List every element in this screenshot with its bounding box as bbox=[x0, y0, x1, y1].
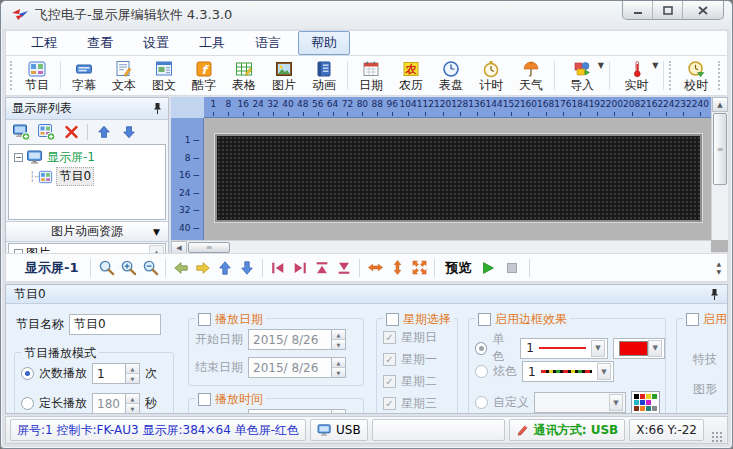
zoom-fit-button[interactable] bbox=[95, 257, 117, 279]
custom-radio[interactable] bbox=[475, 396, 488, 409]
title-bar[interactable]: 飞控电子-显示屏编辑软件 4.3.3.0 bbox=[1, 1, 732, 29]
border-effect-checkbox[interactable] bbox=[478, 313, 491, 326]
add-screen-button[interactable] bbox=[10, 121, 32, 143]
single-color-radio[interactable] bbox=[475, 342, 487, 355]
tree-expander-icon[interactable]: − bbox=[14, 153, 23, 162]
toolbar-button-weather[interactable]: 天气 bbox=[511, 57, 551, 94]
move-down-button[interactable] bbox=[118, 121, 140, 143]
toolbar-button-subtitle[interactable]: 字幕 bbox=[64, 57, 104, 94]
menu-item-5[interactable]: 语言 bbox=[242, 31, 294, 55]
week-select-checkbox[interactable] bbox=[386, 313, 399, 326]
menu-item-2[interactable]: 查看 bbox=[74, 31, 126, 55]
delete-button[interactable] bbox=[60, 121, 82, 143]
arr-up-button[interactable] bbox=[214, 257, 236, 279]
week-day-checkbox[interactable]: ✓ bbox=[383, 331, 396, 344]
toolbar-button-richtext[interactable]: 图文 bbox=[144, 57, 184, 94]
minimize-button[interactable] bbox=[623, 1, 653, 19]
week-day-checkbox[interactable]: ✓ bbox=[383, 353, 396, 366]
horizontal-scrollbar[interactable]: ◀ ≡ bbox=[171, 240, 711, 254]
align-left-button[interactable] bbox=[267, 257, 289, 279]
add-program-button[interactable] bbox=[35, 121, 57, 143]
week-day-checkbox[interactable]: ✓ bbox=[383, 375, 396, 388]
color-palette-button[interactable] bbox=[631, 391, 660, 414]
toolbar-button-animation[interactable]: 动画 bbox=[304, 57, 344, 94]
toolbar-button-text[interactable]: 文本 bbox=[104, 57, 144, 94]
move-up-button[interactable] bbox=[93, 121, 115, 143]
end-date-input[interactable]: 2015/ 8/26 bbox=[248, 357, 332, 378]
custom-combo[interactable]: ▼ bbox=[534, 392, 626, 413]
zoom-in-button[interactable] bbox=[117, 257, 139, 279]
menu-item-4[interactable]: 工具 bbox=[186, 31, 238, 55]
toolbar-button-cooltext[interactable]: f酷字 bbox=[184, 57, 224, 94]
pin-icon[interactable] bbox=[710, 288, 719, 301]
end-date-label: 结束日期 bbox=[195, 359, 243, 376]
stop-button[interactable] bbox=[501, 257, 523, 279]
fixed-input[interactable]: 180 bbox=[92, 393, 126, 414]
chevron-down-icon: ▼ bbox=[153, 227, 160, 237]
fixed-spinner[interactable]: ▲▼ bbox=[126, 393, 140, 414]
align-right-button[interactable] bbox=[289, 257, 311, 279]
toolbar-button-realtime[interactable]: 实时▼ bbox=[613, 57, 661, 94]
chevron-down-icon[interactable]: ▼ bbox=[652, 61, 658, 70]
pin-icon[interactable] bbox=[153, 102, 162, 115]
close-button[interactable] bbox=[683, 1, 723, 19]
menu-item-6[interactable]: 帮助 bbox=[298, 31, 350, 55]
toolbar-button-timesync[interactable]: 校时 bbox=[676, 57, 716, 94]
tree-item-screen[interactable]: − 显示屏-1 bbox=[11, 148, 163, 167]
align-bottom-button[interactable] bbox=[333, 257, 355, 279]
toolbar-button-dial[interactable]: 表盘 bbox=[431, 57, 471, 94]
colorful-combo[interactable]: 1▼ bbox=[522, 361, 614, 382]
toolbar-button-picture[interactable]: 图片 bbox=[264, 57, 304, 94]
st-h-button[interactable] bbox=[364, 257, 386, 279]
arr-right-button[interactable] bbox=[192, 257, 214, 279]
single-color-combo[interactable]: 1▼ bbox=[520, 338, 608, 359]
start-date-input[interactable]: 2015/ 8/26 bbox=[248, 329, 332, 350]
horizontal-scroll-thumb[interactable]: ≡ bbox=[188, 242, 230, 253]
h-ruler-tick: 240 bbox=[692, 97, 709, 117]
toolbar-button-program[interactable]: 节目 bbox=[17, 57, 57, 94]
h-ruler-tick: 112 bbox=[417, 97, 434, 117]
h-ruler-tick: 1 bbox=[206, 97, 221, 117]
toolbar-button-date[interactable]: 日期 bbox=[351, 57, 391, 94]
menu-item-3[interactable]: 设置 bbox=[130, 31, 182, 55]
count-spinner[interactable]: ▲▼ bbox=[126, 363, 140, 384]
align-top-button[interactable] bbox=[311, 257, 333, 279]
led-display-preview[interactable] bbox=[215, 134, 702, 222]
vertical-scrollbar[interactable]: ▲ ≡ bbox=[711, 97, 728, 240]
week-day-row: ✓星期一 bbox=[383, 351, 437, 368]
colorful-radio[interactable] bbox=[475, 365, 488, 378]
maximize-button[interactable] bbox=[653, 1, 683, 19]
week-day-checkbox[interactable]: ✓ bbox=[383, 397, 396, 410]
st-v-button[interactable] bbox=[386, 257, 408, 279]
count-input[interactable]: 1 bbox=[92, 363, 126, 384]
toolbar-button-lunar[interactable]: 农农历 bbox=[391, 57, 431, 94]
tree-item-program[interactable]: ┆·· 节目0 bbox=[11, 167, 163, 186]
play-time-checkbox[interactable] bbox=[198, 393, 211, 406]
chevron-down-icon[interactable]: ▼ bbox=[598, 61, 604, 70]
resources-header[interactable]: 图片动画资源 ▼ bbox=[6, 221, 168, 242]
display-canvas[interactable] bbox=[204, 118, 711, 240]
h-ruler-tick: 32 bbox=[266, 97, 281, 117]
toolbar-button-table[interactable]: 表格 bbox=[224, 57, 264, 94]
corner-checkbox[interactable] bbox=[686, 313, 699, 326]
arr-down-button[interactable] bbox=[236, 257, 258, 279]
fixed-play-radio[interactable] bbox=[21, 397, 34, 410]
h-ruler-tick: 216 bbox=[640, 97, 657, 117]
border-color-combo[interactable]: ▼ bbox=[613, 338, 665, 359]
menu-item-1[interactable]: 工程 bbox=[18, 31, 70, 55]
arr-left-button[interactable] bbox=[170, 257, 192, 279]
zoom-out-button[interactable] bbox=[139, 257, 161, 279]
scroll-up-icon[interactable]: ▲ bbox=[712, 97, 728, 112]
st-all-button[interactable] bbox=[408, 257, 430, 279]
count-play-radio[interactable] bbox=[21, 367, 34, 380]
resize-grip[interactable] bbox=[710, 430, 723, 443]
program-name-input[interactable]: 节目0 bbox=[69, 314, 161, 335]
toolbar-button-timer[interactable]: 计时 bbox=[471, 57, 511, 94]
play-button[interactable] bbox=[477, 257, 499, 279]
start-time-input[interactable]: 0:00:00 bbox=[248, 409, 332, 414]
play-date-checkbox[interactable] bbox=[198, 313, 211, 326]
toolbar-button-import[interactable]: 导入▼ bbox=[558, 57, 606, 94]
h-ruler-tick: 144 bbox=[486, 97, 503, 117]
toolbar-overflow-spinner[interactable]: ▲▼ bbox=[716, 260, 723, 275]
vertical-scroll-thumb[interactable]: ≡ bbox=[713, 113, 727, 185]
